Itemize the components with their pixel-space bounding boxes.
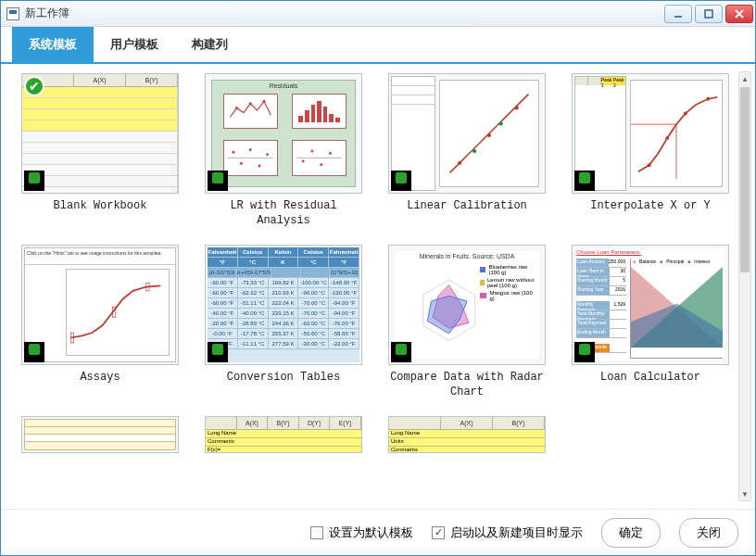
svg-point-27 (706, 97, 710, 101)
close-button[interactable] (725, 5, 753, 23)
svg-point-14 (302, 159, 305, 162)
section-title: Choose Loan Parameters: (576, 249, 724, 255)
tab-system-templates[interactable]: 系统模板 (12, 27, 94, 62)
set-default-checkbox[interactable]: 设置为默认模板 (310, 524, 413, 541)
dialog-window: 新工作簿 系统模板 用户模板 构建列 A(X)B(Y) (0, 0, 756, 556)
ok-button[interactable]: 确定 (601, 518, 661, 548)
template-label: Loan Calculator (600, 371, 700, 385)
svg-point-15 (311, 149, 314, 152)
svg-point-12 (266, 153, 269, 156)
svg-point-11 (258, 164, 261, 167)
titlebar[interactable]: 新工作簿 (1, 1, 755, 27)
template-partial-3[interactable]: A(X)B(Y) Long Name Units Comments (383, 416, 551, 453)
template-badge-icon (574, 342, 595, 362)
template-partial-2[interactable]: A(X)B(Y)D(Y)E(Y) Long Name Comments F(x)… (199, 416, 368, 453)
svg-marker-36 (427, 297, 467, 335)
vertical-scrollbar[interactable]: ▲ ▼ (738, 71, 751, 501)
template-badge-icon (24, 171, 44, 191)
svg-point-5 (249, 102, 252, 105)
template-badge-icon (574, 171, 595, 191)
template-label: Assays (80, 371, 120, 385)
template-partial-1[interactable] (16, 416, 184, 453)
template-radar-chart[interactable]: Minerals in Fruits. Source: USDA (383, 245, 551, 399)
svg-point-10 (249, 148, 252, 151)
checkbox-label: 设置为默认模板 (329, 524, 413, 541)
svg-point-19 (458, 161, 461, 165)
svg-point-17 (329, 152, 332, 155)
template-badge-icon (24, 342, 44, 362)
svg-point-20 (472, 149, 476, 153)
svg-point-24 (648, 163, 651, 167)
template-badge-icon (391, 171, 411, 191)
cancel-button[interactable]: 关闭 (679, 518, 738, 548)
show-on-start-checkbox[interactable]: ✓ 启动以及新建项目时显示 (432, 524, 583, 541)
template-blank-workbook[interactable]: A(X)B(Y) ✔ Blank Workbook (16, 73, 184, 228)
checkbox-label: 启动以及新建项目时显示 (450, 524, 583, 541)
svg-rect-1 (705, 10, 712, 18)
template-label: Compare Data with Radar Chart (384, 371, 550, 399)
tab-build-columns[interactable]: 构建列 (175, 27, 245, 62)
window-title: 新工作簿 (25, 6, 69, 21)
svg-point-16 (320, 163, 322, 166)
checkbox-icon: ✓ (432, 526, 445, 539)
check-icon: ✔ (24, 76, 44, 96)
chart-legend: Blueberries raw (100 g) Lemon raw withou… (480, 264, 536, 303)
template-assays[interactable]: Click on the "Hints" tab to see usage in… (16, 245, 184, 399)
scroll-up-button[interactable]: ▲ (739, 72, 750, 85)
template-label: Blank Workbook (54, 199, 147, 214)
svg-point-25 (665, 136, 669, 140)
checkbox-icon (310, 526, 323, 539)
svg-point-23 (515, 106, 519, 109)
template-badge-icon (208, 342, 228, 362)
template-lr-residual[interactable]: Residuals (199, 73, 368, 228)
svg-point-22 (499, 121, 503, 125)
dialog-footer: 设置为默认模板 ✓ 启动以及新建项目时显示 确定 关闭 (1, 509, 755, 555)
svg-point-26 (684, 111, 687, 115)
scrollbar-thumb[interactable] (740, 87, 750, 272)
col-header: A(X) (74, 74, 126, 86)
svg-point-6 (263, 99, 266, 102)
scroll-down-button[interactable]: ▼ (739, 487, 750, 500)
template-label: Conversion Tables (227, 371, 340, 385)
template-badge-icon (391, 342, 411, 362)
col-header: B(Y) (126, 74, 178, 86)
template-label: Linear Calibration (407, 199, 527, 214)
template-label: Interpolate X or Y (590, 199, 711, 214)
template-conversion-tables[interactable]: FahrenheitCelsiusKelvinCelsiusFahrenheit… (199, 245, 368, 399)
chart-title: Residuals (212, 82, 355, 89)
svg-point-8 (233, 151, 235, 154)
template-linear-calibration[interactable]: Linear Calibration (383, 73, 551, 228)
template-badge-icon (208, 171, 228, 191)
tab-bar: 系统模板 用户模板 构建列 (1, 27, 755, 64)
template-loan-calculator[interactable]: Choose Loan Parameters: Loan Amount250,0… (566, 245, 735, 399)
svg-point-9 (240, 162, 243, 165)
svg-point-4 (235, 107, 238, 109)
template-interpolate[interactable]: Peak 1Peak 2 Interpolate X or (566, 73, 735, 228)
template-gallery: A(X)B(Y) ✔ Blank Workbook Residu (1, 64, 755, 509)
tab-user-templates[interactable]: 用户模板 (94, 27, 175, 62)
maximize-button[interactable] (695, 5, 723, 23)
minimize-button[interactable] (664, 5, 692, 23)
app-icon (6, 7, 19, 20)
svg-point-21 (487, 133, 491, 137)
template-label: LR with Residual Analysis (200, 199, 367, 228)
